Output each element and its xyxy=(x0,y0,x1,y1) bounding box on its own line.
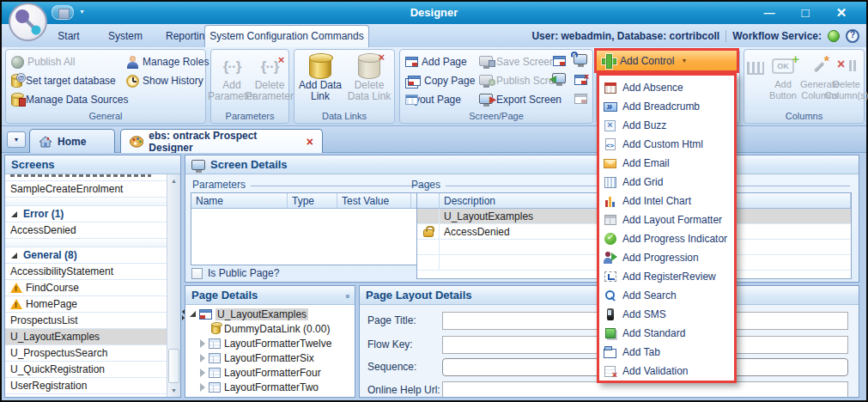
column-header-type[interactable]: Type xyxy=(288,193,337,208)
online-help-url-input[interactable] xyxy=(442,381,848,398)
delete-columns-button[interactable]: Delete Column(s) xyxy=(829,53,865,101)
screen-details-panel: Screen Details Parameters Name Type Test… xyxy=(185,155,859,283)
tree-item-formatter[interactable]: LayoutFormatterTwelve xyxy=(185,336,355,350)
tab-ebs-ontrack-prospect-designer[interactable]: ebs: ontrack Prospect Designer xyxy=(120,129,323,153)
add-button-button[interactable]: Add Button xyxy=(767,53,799,101)
menu-item-add-sms[interactable]: Add SMS xyxy=(599,305,734,324)
list-item[interactable]: ProspectusList xyxy=(5,313,180,329)
column-header-test-value[interactable]: Test Value xyxy=(337,193,411,208)
maximize-button[interactable] xyxy=(792,4,818,21)
scroll-up-icon[interactable] xyxy=(168,175,179,186)
add-page-button[interactable]: Add Page xyxy=(404,53,469,70)
list-item-selected[interactable]: U_LayoutExamples xyxy=(5,329,180,345)
online-help-url-label: Online Help Url: xyxy=(367,384,440,396)
delete-page-small-button[interactable] xyxy=(571,71,590,88)
menu-item-add-search[interactable]: Add Search xyxy=(599,286,734,305)
quick-access-dropdown-icon[interactable] xyxy=(79,9,85,15)
list-group-general[interactable]: General (8) xyxy=(5,247,180,264)
close-button[interactable] xyxy=(829,4,854,21)
add-data-link-button[interactable]: Add Data Link xyxy=(297,54,343,102)
manage-roles-button[interactable]: Manage Roles xyxy=(124,53,210,70)
export-screen-button[interactable]: Export Screen xyxy=(477,91,563,108)
group-label-data-links: Data Links xyxy=(295,110,393,122)
menu-item-add-tab[interactable]: Add Tab xyxy=(599,343,734,362)
menu-item-add-absence[interactable]: Add Absence xyxy=(599,78,734,97)
home-icon xyxy=(39,136,52,148)
collapsed-triangle-icon[interactable] xyxy=(200,354,205,362)
app-logo-icon[interactable] xyxy=(9,3,47,41)
list-item[interactable]: FindCourse xyxy=(5,280,180,296)
columns-bars-button[interactable] xyxy=(746,60,765,76)
list-item[interactable]: SampleCreateEnrolment xyxy=(5,181,180,198)
tree-item-clipped[interactable] xyxy=(185,394,355,398)
list-item[interactable]: U_ProspectusSearch xyxy=(5,345,180,362)
braces-icon xyxy=(223,58,241,76)
menu-item-add-grid[interactable]: Add Grid xyxy=(599,173,734,192)
menu-item-add-standard[interactable]: Add Standard xyxy=(599,324,734,343)
manage-data-sources-button[interactable]: Manage Data Sources xyxy=(9,91,130,108)
collapsed-triangle-icon[interactable] xyxy=(200,339,205,348)
menu-item-add-custom-html[interactable]: Add Custom Html xyxy=(599,135,734,154)
column-header-name[interactable]: Name xyxy=(191,193,288,208)
menu-item-add-progression[interactable]: Add Progression xyxy=(599,248,734,267)
close-tab-icon[interactable] xyxy=(307,135,313,149)
tab-system-configuration-commands[interactable]: System Configuration Commands xyxy=(204,25,369,47)
screens-scrollbar[interactable] xyxy=(167,174,180,397)
collapse-chevron-icon[interactable] xyxy=(346,291,349,300)
scrollbar-thumb[interactable] xyxy=(168,349,179,383)
scroll-down-icon[interactable] xyxy=(168,385,179,396)
tree-item-root[interactable]: U_LayoutExamples xyxy=(185,307,355,321)
import-screen-small-button[interactable] xyxy=(549,71,568,88)
menu-item-add-intel-chart[interactable]: Add Intel Chart xyxy=(599,192,734,210)
delete-data-link-button[interactable]: Delete Data Link xyxy=(346,54,392,102)
list-group-error[interactable]: Error (1) xyxy=(5,206,180,222)
save-button[interactable] xyxy=(52,5,74,20)
is-public-page-checkbox[interactable] xyxy=(191,268,203,279)
show-history-button[interactable]: Show History xyxy=(124,72,205,89)
tree-item-label: LayoutFormatterFour xyxy=(224,367,321,379)
tab-list-dropdown-button[interactable] xyxy=(7,131,26,148)
save-screen-button[interactable]: Save Screen xyxy=(477,53,557,70)
menu-item-label: Add Standard xyxy=(622,327,685,339)
collapsed-triangle-icon[interactable] xyxy=(200,383,205,392)
list-item[interactable]: AccessibilityStatement xyxy=(5,264,180,280)
menu-item-add-validation[interactable]: Add Validation xyxy=(599,362,734,381)
menu-item-add-breadcrumb[interactable]: Add Breadcrumb xyxy=(599,97,734,116)
globe-badge-icon xyxy=(489,79,495,86)
tab-system[interactable]: System xyxy=(98,25,153,47)
list-item-clipped[interactable] xyxy=(5,174,180,181)
collapsed-triangle-icon[interactable] xyxy=(200,368,205,377)
help-icon[interactable] xyxy=(846,29,859,43)
add-parameter-button[interactable]: Add Parameter xyxy=(214,54,250,102)
publish-all-button[interactable]: Publish All xyxy=(9,53,76,70)
tree-item-datalink[interactable]: DummyDataLink (0.00) xyxy=(185,321,355,336)
list-item[interactable]: HomePage xyxy=(5,296,180,313)
revert-screen-small-button[interactable] xyxy=(571,52,590,69)
insert-screen-small-button[interactable] xyxy=(549,52,568,69)
menu-item-add-progress-indicator[interactable]: Add Progress Indicator xyxy=(599,229,734,248)
disabled-screen-small-button[interactable] xyxy=(571,90,590,107)
list-item[interactable]: UserRegistration xyxy=(5,378,180,394)
add-control-button[interactable]: Add Control xyxy=(594,48,739,73)
minimize-button[interactable] xyxy=(756,4,782,21)
expanded-triangle-icon[interactable] xyxy=(190,311,196,317)
list-item[interactable]: AccessDenied xyxy=(5,222,180,239)
list-item-label: AccessibilityStatement xyxy=(10,265,113,277)
copy-page-button[interactable]: Copy Page xyxy=(404,72,476,89)
floppy-badge-icon xyxy=(489,60,495,67)
menu-item-add-buzz[interactable]: Add Buzz xyxy=(599,116,734,135)
page-details-header: Page Details xyxy=(185,286,355,305)
tab-start[interactable]: Start xyxy=(43,25,94,47)
workflow-service-label: Workflow Service: xyxy=(732,30,822,42)
menu-item-add-registerreview[interactable]: Add RegisterReview xyxy=(599,267,734,286)
menu-item-add-layout-formatter[interactable]: Add Layout Formatter xyxy=(599,210,734,229)
tree-item-formatter[interactable]: LayoutFormatterTwo xyxy=(185,380,355,394)
set-target-database-button[interactable]: Set target database xyxy=(9,72,118,89)
delete-parameter-button[interactable]: Delete Parameter xyxy=(252,54,288,102)
tab-home[interactable]: Home xyxy=(29,129,115,153)
tree-item-formatter[interactable]: LayoutFormatterFour xyxy=(185,365,355,380)
tree-item-formatter[interactable]: LayoutFormatterSix xyxy=(185,350,355,365)
menu-item-add-email[interactable]: Add Email xyxy=(599,154,734,173)
tryout-page-button[interactable]: Tryout Page xyxy=(404,91,463,108)
list-item[interactable]: U_QuickRegistration xyxy=(5,362,180,378)
